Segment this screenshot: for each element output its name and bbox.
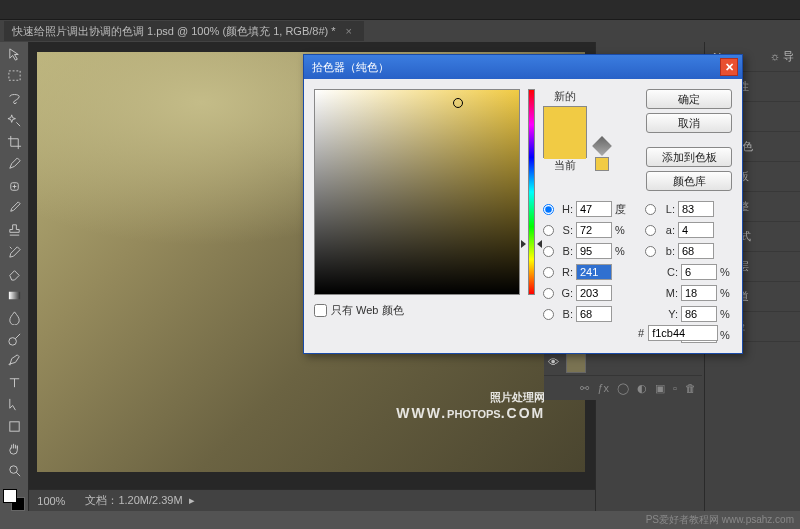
h-input[interactable] xyxy=(576,201,612,217)
gamut-swatch[interactable] xyxy=(595,157,609,171)
cancel-button[interactable]: 取消 xyxy=(646,113,732,133)
s-input[interactable] xyxy=(576,222,612,238)
wand-tool[interactable] xyxy=(2,111,26,131)
gamut-warning-icon[interactable] xyxy=(592,136,612,156)
svg-point-3 xyxy=(9,337,17,345)
lasso-tool[interactable] xyxy=(2,89,26,109)
field-cursor-icon xyxy=(453,98,463,108)
color-field[interactable] xyxy=(314,89,520,295)
add-swatch-button[interactable]: 添加到色板 xyxy=(646,147,732,167)
color-picker-dialog: 拾色器（纯色） ✕ 只有 Web 颜色 新的 当前 xyxy=(303,54,743,354)
g-input[interactable] xyxy=(576,285,612,301)
a-input[interactable] xyxy=(678,222,714,238)
attribution: PS爱好者教程网 www.psahz.com xyxy=(646,513,794,527)
a-radio[interactable] xyxy=(645,225,656,236)
zoom-level[interactable]: 100% xyxy=(37,495,65,507)
ok-button[interactable]: 确定 xyxy=(646,89,732,109)
c-input[interactable] xyxy=(681,264,717,280)
web-only-checkbox[interactable]: 只有 Web 颜色 xyxy=(314,303,520,318)
tab-close-icon[interactable]: × xyxy=(346,25,352,37)
statusbar: 100% 文档：1.20M/2.39M ▸ xyxy=(29,489,595,511)
document-tab[interactable]: 快速给照片调出协调的色调 1.psd @ 100% (颜色填充 1, RGB/8… xyxy=(4,21,364,41)
document-tabs: 快速给照片调出协调的色调 1.psd @ 100% (颜色填充 1, RGB/8… xyxy=(0,20,800,42)
color-swatches[interactable] xyxy=(3,489,25,511)
l-radio[interactable] xyxy=(645,204,656,215)
crop-tool[interactable] xyxy=(2,132,26,152)
dialog-titlebar[interactable]: 拾色器（纯色） ✕ xyxy=(304,55,742,79)
l-input[interactable] xyxy=(678,201,714,217)
link-icon[interactable]: ⚯ xyxy=(580,382,589,395)
hue-slider[interactable] xyxy=(528,89,535,295)
zoom-tool[interactable] xyxy=(2,460,26,480)
brush-tool[interactable] xyxy=(2,198,26,218)
stamp-tool[interactable] xyxy=(2,220,26,240)
healing-tool[interactable] xyxy=(2,176,26,196)
mask-icon[interactable]: ◯ xyxy=(617,382,629,395)
hex-input[interactable] xyxy=(648,325,718,341)
fx-icon[interactable]: ƒx xyxy=(597,382,609,394)
h-radio[interactable] xyxy=(543,204,554,215)
gradient-tool[interactable] xyxy=(2,285,26,305)
move-tool[interactable] xyxy=(2,45,26,65)
b2-radio[interactable] xyxy=(543,309,554,320)
marquee-tool[interactable] xyxy=(2,67,26,87)
svg-point-5 xyxy=(9,466,17,474)
shape-tool[interactable] xyxy=(2,417,26,437)
y-input[interactable] xyxy=(681,306,717,322)
type-tool[interactable] xyxy=(2,373,26,393)
trash-icon[interactable]: 🗑 xyxy=(685,382,696,394)
svg-rect-4 xyxy=(9,422,18,431)
dialog-title: 拾色器（纯色） xyxy=(312,60,389,75)
menubar xyxy=(0,0,800,20)
tools-panel xyxy=(0,42,29,511)
pen-tool[interactable] xyxy=(2,351,26,371)
visibility-icon[interactable]: 👁 xyxy=(548,356,562,370)
dodge-tool[interactable] xyxy=(2,329,26,349)
svg-rect-0 xyxy=(9,71,20,80)
new-current-swatch: 新的 当前 xyxy=(543,89,587,191)
r-radio[interactable] xyxy=(543,267,554,278)
adjustment-icon[interactable]: ◐ xyxy=(637,382,647,395)
color-library-button[interactable]: 颜色库 xyxy=(646,171,732,191)
history-brush-tool[interactable] xyxy=(2,242,26,262)
lab-b-input[interactable] xyxy=(678,243,714,259)
close-button[interactable]: ✕ xyxy=(720,58,738,76)
hand-tool[interactable] xyxy=(2,438,26,458)
dropdown-icon[interactable]: ▸ xyxy=(189,494,195,507)
doc-info: 文档：1.20M/2.39M xyxy=(85,493,182,508)
watermark: 照片处理网 WWW.PHOTOPS.COM xyxy=(396,390,545,422)
svg-rect-2 xyxy=(9,292,20,300)
layer-buttons: ⚯ ƒx ◯ ◐ ▣ ▫ 🗑 xyxy=(544,376,702,400)
tab-title: 快速给照片调出协调的色调 1.psd @ 100% (颜色填充 1, RGB/8… xyxy=(12,24,336,39)
m-input[interactable] xyxy=(681,285,717,301)
eyedropper-tool[interactable] xyxy=(2,154,26,174)
path-tool[interactable] xyxy=(2,395,26,415)
g-radio[interactable] xyxy=(543,288,554,299)
b2-input[interactable] xyxy=(576,306,612,322)
s-radio[interactable] xyxy=(543,225,554,236)
blur-tool[interactable] xyxy=(2,307,26,327)
b-radio[interactable] xyxy=(543,246,554,257)
new-layer-icon[interactable]: ▫ xyxy=(673,382,677,394)
eraser-tool[interactable] xyxy=(2,264,26,284)
b-input[interactable] xyxy=(576,243,612,259)
layer-thumb xyxy=(566,353,586,373)
hex-label: # xyxy=(638,327,644,339)
lab-b-radio[interactable] xyxy=(645,246,656,257)
r-input[interactable] xyxy=(576,264,612,280)
folder-icon[interactable]: ▣ xyxy=(655,382,665,395)
